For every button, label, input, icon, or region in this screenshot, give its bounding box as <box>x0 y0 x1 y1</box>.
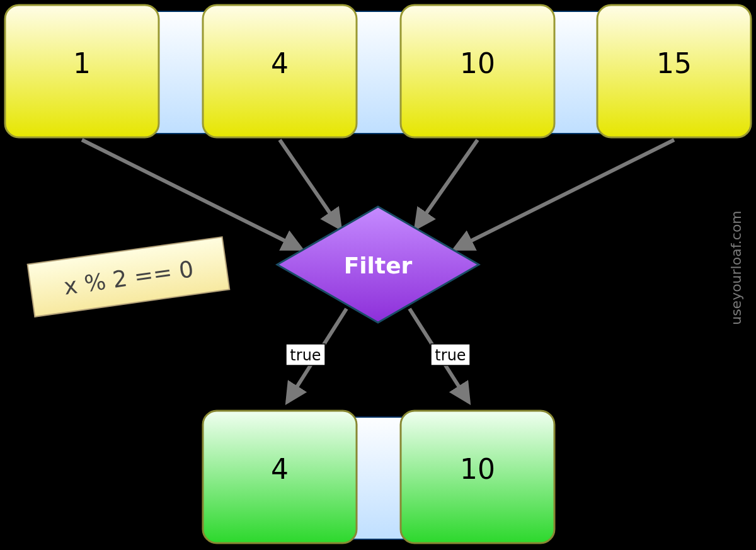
input-value-4: 15 <box>656 47 692 79</box>
input-box-3: 10 <box>401 5 554 137</box>
edge-label-1: true <box>286 344 325 365</box>
edge-label-2: true <box>431 344 470 365</box>
output-value-2: 10 <box>460 453 495 485</box>
input-value-3: 10 <box>460 47 495 79</box>
filter-node: Filter <box>277 207 479 323</box>
watermark-text: useyourloaf.com <box>728 210 744 325</box>
input-box-4: 15 <box>597 5 751 137</box>
diagram-canvas: 1 4 10 15 Filter x % 2 == 0 true true <box>0 0 756 550</box>
filter-label: Filter <box>344 253 413 278</box>
arrow-in-4 <box>455 140 674 249</box>
input-box-1: 1 <box>5 5 159 137</box>
arrow-in-3 <box>416 140 478 228</box>
output-box-1: 4 <box>203 411 357 543</box>
condition-note: x % 2 == 0 <box>28 237 230 317</box>
output-box-2: 10 <box>401 411 554 543</box>
output-value-1: 4 <box>271 453 289 485</box>
svg-text:true: true <box>290 347 321 364</box>
input-box-2: 4 <box>203 5 357 137</box>
svg-text:true: true <box>435 347 466 364</box>
input-value-2: 4 <box>271 47 289 79</box>
arrow-in-1 <box>82 140 301 249</box>
arrow-in-2 <box>280 140 340 228</box>
input-value-1: 1 <box>73 47 91 79</box>
input-connector <box>88 11 668 134</box>
